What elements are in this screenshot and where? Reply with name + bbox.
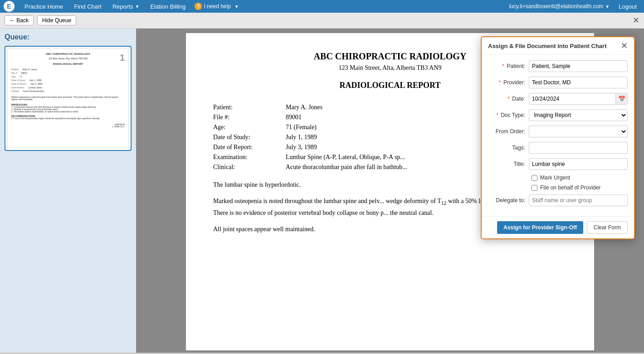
toolbar: ← Back Hide Queue ✕	[0, 13, 644, 29]
hide-queue-button[interactable]: Hide Queue	[37, 15, 76, 25]
provider-label: * Provider:	[488, 79, 529, 86]
assign-panel: Assign & File Document into Patient Char…	[481, 36, 635, 239]
title-label: Title:	[488, 161, 529, 167]
date-label: * Date:	[488, 96, 529, 102]
nav-find-chart[interactable]: Find Chart	[68, 0, 107, 13]
patient-input[interactable]	[529, 60, 628, 72]
top-navigation: E Practice Home Find Chart Reports ▼ Ela…	[0, 0, 644, 13]
nav-practice-home[interactable]: Practice Home	[19, 0, 68, 13]
patient-label: * Patient:	[488, 63, 529, 69]
queue-item[interactable]: New 1 ABC CHIROPRACTIC RADIOLOGY 123 Mai…	[5, 46, 132, 151]
date-input-wrapper: 📅	[529, 93, 628, 105]
delegate-row: Delegate to:	[488, 194, 628, 206]
panel-footer: Assign for Provider Sign-Off Clear Form	[482, 216, 634, 238]
from-order-select[interactable]	[529, 126, 628, 137]
nav-right-section: lucy.li+sandboxenb@elationhealth.com ▼ L…	[506, 3, 640, 10]
help-chevron-icon: ▼	[234, 4, 239, 9]
provider-input[interactable]	[529, 77, 628, 88]
reports-chevron-icon: ▼	[135, 4, 139, 9]
provider-row: * Provider:	[488, 77, 628, 88]
file-on-behalf-row: File on behalf of Provider	[488, 184, 628, 191]
from-order-row: From Order:	[488, 126, 628, 137]
help-badge-icon: ?	[195, 3, 202, 10]
queue-thumbnail: 1 ABC CHIROPRACTIC RADIOLOGY 123 Main St…	[7, 48, 129, 148]
user-chevron-icon: ▼	[605, 4, 610, 9]
tags-label: Tags:	[488, 145, 529, 151]
date-row: * Date: 📅	[488, 93, 628, 105]
queue-sidebar: Queue: New 1 ABC CHIROPRACTIC RADIOLOGY …	[0, 29, 136, 353]
doc-type-row: * Doc Type: Imaging Report Lab Report Re…	[488, 109, 628, 121]
doc-type-select[interactable]: Imaging Report Lab Report Referral Lette…	[529, 109, 628, 121]
mark-urgent-checkbox[interactable]	[532, 175, 537, 181]
delegate-input[interactable]	[529, 194, 628, 206]
nav-reports[interactable]: Reports ▼	[107, 0, 145, 13]
queue-title: Queue:	[5, 33, 132, 41]
title-input[interactable]	[529, 158, 628, 170]
mark-urgent-row: Mark Urgent	[488, 175, 628, 181]
file-on-behalf-checkbox[interactable]	[532, 185, 537, 191]
page-number: 1	[120, 53, 125, 63]
clear-form-button[interactable]: Clear Form	[587, 221, 628, 234]
tags-row: Tags:	[488, 142, 628, 154]
panel-title: Assign & File Document into Patient Char…	[488, 43, 606, 49]
back-button[interactable]: ← Back	[5, 15, 34, 25]
panel-body: * Patient: * Provider: * Date: 📅	[482, 55, 634, 216]
nav-elation-billing[interactable]: Elation Billing	[145, 0, 191, 13]
title-row: Title:	[488, 158, 628, 170]
assign-sign-off-button[interactable]: Assign for Provider Sign-Off	[497, 221, 583, 234]
nav-help[interactable]: ? I need help ▼	[191, 0, 242, 13]
mark-urgent-label: Mark Urgent	[540, 175, 570, 181]
from-order-label: From Order:	[488, 128, 529, 135]
app-logo: E	[4, 1, 15, 12]
panel-close-button[interactable]: ✕	[621, 42, 628, 50]
doc-thumb-content: 1 ABC CHIROPRACTIC RADIOLOGY 123 Main St…	[8, 49, 128, 148]
doc-type-label: * Doc Type:	[488, 112, 529, 118]
delegate-label: Delegate to:	[488, 197, 529, 204]
panel-header: Assign & File Document into Patient Char…	[482, 37, 634, 55]
patient-row: * Patient:	[488, 60, 628, 72]
calendar-icon[interactable]: 📅	[616, 93, 628, 105]
tags-input[interactable]	[529, 142, 628, 154]
logout-button[interactable]: Logout	[615, 3, 640, 10]
file-on-behalf-label: File on behalf of Provider	[540, 184, 600, 191]
nav-user-menu[interactable]: lucy.li+sandboxenb@elationhealth.com ▼	[506, 3, 614, 10]
date-input[interactable]	[529, 93, 616, 105]
close-button[interactable]: ✕	[633, 15, 639, 25]
